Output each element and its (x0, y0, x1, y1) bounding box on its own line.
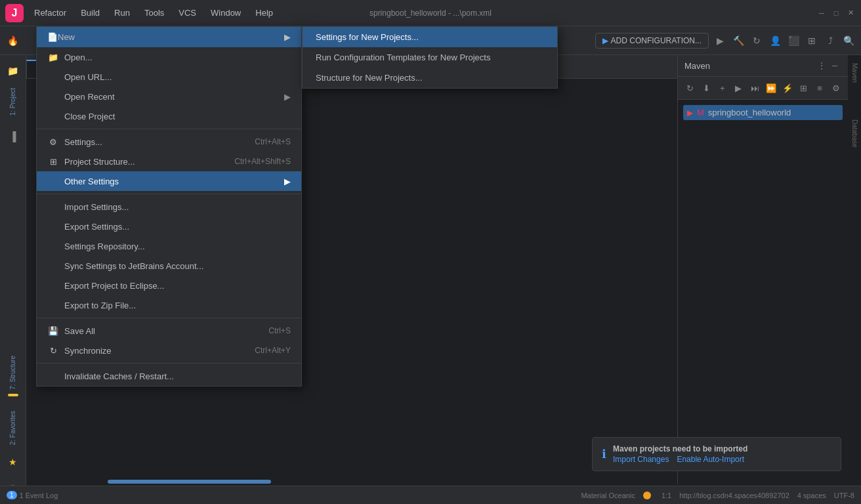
maven-skip2-icon[interactable]: ⏩ (765, 81, 778, 95)
material-theme-label: Material Oceanic (581, 492, 635, 499)
new-arrow-icon: ▶ (284, 32, 291, 42)
database-sidebar-label[interactable]: Database (851, 117, 858, 150)
menu-help[interactable]: Help (249, 5, 280, 20)
position-label[interactable]: 1:1 (662, 492, 671, 499)
hscroll-thumb (108, 480, 271, 484)
menu-item-export-eclipse[interactable]: Export Project to Eclipse... (37, 276, 301, 295)
submenu-item-run-templates[interactable]: Run Configuration Templates for New Proj… (303, 47, 557, 68)
project-structure-shortcut: Ctrl+Alt+Shift+S (234, 157, 291, 166)
other-settings-icon (47, 175, 59, 187)
export-settings-icon (47, 220, 59, 232)
menu-item-import-settings[interactable]: Import Settings... (37, 197, 301, 217)
menu-item-new[interactable]: 📄 New ▶ (37, 27, 301, 47)
menu-item-open-url[interactable]: Open URL... (37, 67, 301, 87)
build-icon[interactable]: 🔨 (731, 33, 746, 48)
project-structure-icon: ⊞ (47, 156, 59, 167)
save-all-shortcut: Ctrl+S (268, 326, 291, 335)
sidebar-label-project[interactable]: 1: Project (8, 87, 18, 117)
menu-window[interactable]: Window (204, 5, 247, 20)
event-log-label[interactable]: 1 Event Log (20, 492, 58, 499)
submenu-item-settings-new[interactable]: Settings for New Projects... (303, 27, 557, 47)
enable-auto-import-link[interactable]: Enable Auto-Import (677, 455, 744, 464)
menu-item-close-project[interactable]: Close Project (37, 106, 301, 126)
left-sidebar: 📁 1: Project ▐ 7: Structure 2: Favorites… (0, 55, 26, 504)
menu-divider-3 (37, 318, 301, 318)
info-icon: ℹ (602, 447, 606, 461)
app-icon: J (5, 4, 24, 22)
menu-item-export-settings[interactable]: Export Settings... (37, 217, 301, 236)
maven-title: Maven (684, 61, 815, 71)
eclipse-icon (47, 280, 59, 291)
maven-refresh-icon[interactable]: ↻ (683, 81, 697, 95)
maximize-button[interactable]: □ (831, 8, 841, 18)
add-config-label: ADD CONFIGURATION... (611, 36, 702, 45)
menu-tools[interactable]: Tools (138, 5, 171, 20)
run-templates-label: Run Configuration Templates for New Proj… (316, 52, 490, 62)
maven-lightning-icon[interactable]: ⚡ (780, 81, 794, 95)
menu-item-save-all[interactable]: 💾 Save All Ctrl+S (37, 321, 301, 341)
menu-divider-4 (37, 363, 301, 364)
minimize-button[interactable]: ─ (816, 8, 827, 18)
status-bar-right: Material Oceanic 1:1 http://blog.csdn4.s… (581, 492, 854, 499)
settings-shortcut: Ctrl+Alt+S (255, 137, 291, 146)
menu-item-settings-repo[interactable]: Settings Repository... (37, 236, 301, 256)
maven-collapse-icon[interactable]: ≡ (813, 81, 827, 95)
menu-item-project-structure[interactable]: ⊞ Project Structure... Ctrl+Alt+Shift+S (37, 152, 301, 171)
maven-run-icon[interactable]: ▶ (732, 81, 746, 95)
export-eclipse-label: Export Project to Eclipse... (64, 281, 164, 291)
encoding-label[interactable]: UTF-8 (834, 492, 854, 499)
run-icon[interactable]: ▶ (713, 33, 727, 48)
menu-item-invalidate-caches[interactable]: Invalidate Caches / Restart... (37, 366, 301, 386)
settings-label: Settings... (64, 137, 102, 147)
spaces-label[interactable]: 4 spaces (797, 492, 826, 499)
reload-icon[interactable]: ↻ (749, 33, 764, 48)
maven-skip1-icon[interactable]: ⏭ (748, 81, 762, 95)
maven-download-icon[interactable]: ⬇ (700, 81, 713, 95)
open-label: Open... (64, 52, 93, 62)
menu-run[interactable]: Run (108, 5, 136, 20)
grid-icon[interactable]: ⊞ (805, 33, 819, 48)
menu-divider-2 (37, 194, 301, 194)
star-icon[interactable]: ★ (1, 450, 25, 474)
close-project-label: Close Project (64, 112, 115, 121)
menu-item-synchronize[interactable]: ↻ Synchronize Ctrl+Alt+Y (37, 341, 301, 360)
import-changes-link[interactable]: Import Changes (613, 455, 669, 464)
menu-item-export-zip[interactable]: Export to Zip File... (37, 295, 301, 315)
settings-repo-label: Settings Repository... (64, 242, 145, 251)
add-configuration-button[interactable]: ▶ ADD CONFIGURATION... (595, 33, 709, 49)
maven-project-item[interactable]: ▶ M springboot_helloworld (683, 105, 843, 120)
import-title: Maven projects need to be imported (613, 444, 831, 453)
import-settings-label: Import Settings... (64, 202, 129, 212)
sidebar-label-structure[interactable]: 7: Structure (8, 354, 18, 391)
profile-icon[interactable]: 👤 (768, 33, 782, 48)
maven-options-icon[interactable]: ⋮ (815, 59, 828, 72)
maven-sidebar-label[interactable]: Maven (851, 60, 858, 85)
sidebar-icon-bar[interactable]: ▐ (1, 125, 25, 148)
menu-item-settings[interactable]: ⚙ Settings... Ctrl+Alt+S (37, 132, 301, 152)
right-sidebar-labels: Maven Database (848, 55, 861, 504)
close-button[interactable]: ✕ (845, 8, 856, 18)
other-settings-submenu: Settings for New Projects... Run Configu… (302, 26, 558, 89)
window-controls: ─ □ ✕ (815, 8, 856, 18)
sidebar-label-favorites[interactable]: 2: Favorites (8, 410, 18, 446)
export-icon[interactable]: ⤴ (823, 33, 837, 48)
menu-refactor[interactable]: Refactor (28, 5, 73, 20)
menu-item-sync-settings[interactable]: Sync Settings to JetBrains Account... (37, 256, 301, 276)
menu-vcs[interactable]: VCS (172, 5, 203, 20)
sidebar-icon-folder[interactable]: 📁 (1, 59, 25, 83)
maven-minimize-icon[interactable]: ─ (828, 59, 841, 72)
maven-settings-icon[interactable]: ⚙ (829, 81, 843, 95)
submenu-item-structure-new[interactable]: Structure for New Projects... (303, 68, 557, 88)
invalidate-caches-label: Invalidate Caches / Restart... (64, 371, 174, 381)
maven-add-icon[interactable]: + (715, 81, 729, 95)
recent-arrow-icon: ▶ (284, 92, 291, 102)
settings-icon: ⚙ (47, 136, 59, 148)
menu-item-other-settings[interactable]: Other Settings ▶ (37, 171, 301, 191)
synchronize-shortcut: Ctrl+Alt+Y (255, 346, 291, 355)
menu-item-open-recent[interactable]: Open Recent ▶ (37, 87, 301, 106)
menu-item-open[interactable]: 📁 Open... (37, 47, 301, 67)
search-icon[interactable]: 🔍 (841, 33, 856, 48)
menu-build[interactable]: Build (74, 5, 106, 20)
maven-tree-icon[interactable]: ⊞ (797, 81, 810, 95)
stop-icon[interactable]: ⬛ (786, 33, 801, 48)
